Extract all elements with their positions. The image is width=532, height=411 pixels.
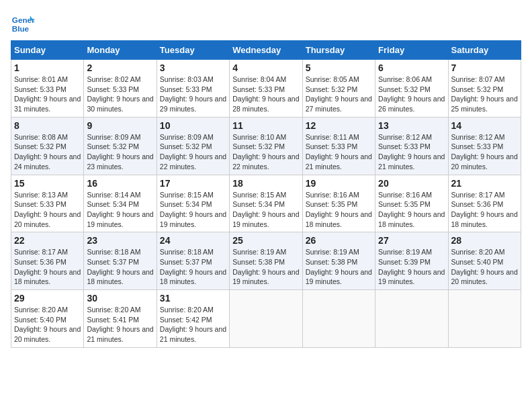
sunrise-time: 8:04 AM [261, 75, 287, 83]
sunrise-time: 8:06 AM [406, 75, 433, 83]
sunset-time: 5:40 PM [477, 258, 503, 266]
sunset-label: Sunset: [87, 142, 113, 150]
weekday-header-saturday: Saturday [448, 41, 521, 60]
day-cell-11: 11 Sunrise: 8:10 AM Sunset: 5:32 PM Dayl… [230, 117, 302, 175]
sunrise-time: 8:17 AM [479, 191, 505, 199]
day-info: Sunrise: 8:15 AM Sunset: 5:34 PM Dayligh… [160, 190, 226, 230]
day-info: Sunrise: 8:05 AM Sunset: 5:32 PM Dayligh… [306, 75, 372, 114]
sunrise-time: 8:20 AM [187, 306, 214, 314]
day-number: 11 [232, 120, 299, 131]
sunrise-label: Sunrise: [378, 133, 406, 141]
daylight-label: Daylight: 9 hours and 27 minutes. [306, 95, 372, 113]
sunrise-time: 8:05 AM [333, 75, 359, 83]
sunset-time: 5:33 PM [477, 142, 503, 150]
day-cell-18: 18 Sunrise: 8:15 AM Sunset: 5:34 PM Dayl… [230, 175, 302, 232]
sunset-time: 5:33 PM [259, 85, 285, 93]
daylight-label: Daylight: 9 hours and 24 minutes. [14, 152, 81, 171]
day-info: Sunrise: 8:11 AM Sunset: 5:33 PM Dayligh… [306, 132, 372, 172]
day-info: Sunrise: 8:09 AM Sunset: 5:32 PM Dayligh… [160, 132, 226, 172]
day-number: 8 [14, 120, 81, 131]
sunset-label: Sunset: [14, 258, 40, 266]
sunset-time: 5:42 PM [185, 316, 212, 324]
day-info: Sunrise: 8:16 AM Sunset: 5:35 PM Dayligh… [378, 190, 445, 230]
sunset-time: 5:32 PM [331, 85, 357, 93]
sunset-label: Sunset: [87, 85, 113, 93]
sunrise-time: 8:09 AM [187, 133, 214, 141]
sunrise-label: Sunrise: [14, 306, 42, 314]
day-number: 24 [160, 235, 226, 246]
sunrise-label: Sunrise: [306, 191, 333, 199]
day-cell-3: 3 Sunrise: 8:03 AM Sunset: 5:33 PM Dayli… [157, 60, 229, 118]
sunrise-label: Sunrise: [232, 133, 260, 141]
sunrise-time: 8:15 AM [261, 191, 287, 199]
weekday-header-monday: Monday [84, 41, 157, 60]
day-number: 16 [87, 178, 153, 189]
sunrise-time: 8:18 AM [115, 248, 141, 256]
sunrise-label: Sunrise: [232, 75, 260, 83]
sunrise-label: Sunrise: [306, 248, 333, 256]
day-number: 19 [306, 178, 372, 189]
day-cell-2: 2 Sunrise: 8:02 AM Sunset: 5:33 PM Dayli… [84, 60, 157, 118]
day-cell-16: 16 Sunrise: 8:14 AM Sunset: 5:34 PM Dayl… [84, 175, 157, 232]
sunrise-time: 8:18 AM [187, 248, 214, 256]
daylight-label: Daylight: 9 hours and 25 minutes. [451, 95, 518, 113]
svg-text:Blue: Blue [12, 24, 30, 33]
day-number: 3 [160, 62, 226, 73]
day-number: 9 [87, 120, 153, 131]
sunset-time: 5:41 PM [113, 316, 139, 324]
day-cell-27: 27 Sunrise: 8:19 AM Sunset: 5:39 PM Dayl… [375, 232, 448, 290]
sunset-label: Sunset: [232, 85, 259, 93]
sunset-label: Sunset: [87, 258, 113, 266]
daylight-label: Daylight: 9 hours and 18 minutes. [14, 268, 81, 286]
day-info: Sunrise: 8:19 AM Sunset: 5:38 PM Dayligh… [306, 247, 372, 287]
sunset-time: 5:32 PM [259, 142, 285, 150]
week-row-4: 22 Sunrise: 8:17 AM Sunset: 5:36 PM Dayl… [11, 232, 521, 290]
day-info: Sunrise: 8:18 AM Sunset: 5:37 PM Dayligh… [160, 247, 226, 287]
sunrise-time: 8:20 AM [479, 248, 505, 256]
day-info: Sunrise: 8:12 AM Sunset: 5:33 PM Dayligh… [378, 132, 445, 172]
sunrise-label: Sunrise: [160, 75, 187, 83]
day-cell-24: 24 Sunrise: 8:18 AM Sunset: 5:37 PM Dayl… [157, 232, 229, 290]
sunset-time: 5:39 PM [404, 258, 431, 266]
sunrise-label: Sunrise: [87, 75, 114, 83]
sunrise-label: Sunrise: [87, 191, 114, 199]
sunrise-time: 8:19 AM [261, 248, 287, 256]
day-info: Sunrise: 8:20 AM Sunset: 5:40 PM Dayligh… [451, 247, 518, 287]
sunrise-label: Sunrise: [160, 306, 187, 314]
sunset-time: 5:40 PM [40, 316, 66, 324]
sunset-label: Sunset: [306, 85, 332, 93]
sunset-label: Sunset: [87, 200, 113, 208]
sunrise-time: 8:12 AM [406, 133, 433, 141]
sunrise-label: Sunrise: [87, 306, 114, 314]
sunset-label: Sunset: [451, 142, 478, 150]
daylight-label: Daylight: 9 hours and 18 minutes. [451, 210, 518, 228]
daylight-label: Daylight: 9 hours and 19 minutes. [160, 210, 226, 228]
sunset-label: Sunset: [14, 85, 40, 93]
day-cell-5: 5 Sunrise: 8:05 AM Sunset: 5:32 PM Dayli… [302, 60, 375, 118]
sunset-time: 5:33 PM [40, 200, 66, 208]
day-cell-29: 29 Sunrise: 8:20 AM Sunset: 5:40 PM Dayl… [11, 290, 84, 348]
sunset-time: 5:33 PM [404, 142, 431, 150]
sunset-label: Sunset: [232, 142, 259, 150]
sunset-time: 5:32 PM [185, 142, 212, 150]
day-info: Sunrise: 8:10 AM Sunset: 5:32 PM Dayligh… [232, 132, 299, 172]
empty-cell [448, 290, 521, 348]
sunset-time: 5:38 PM [259, 258, 285, 266]
sunrise-time: 8:02 AM [115, 75, 141, 83]
sunset-time: 5:32 PM [113, 142, 139, 150]
sunrise-label: Sunrise: [306, 75, 333, 83]
weekday-header-friday: Friday [375, 41, 448, 60]
sunset-time: 5:37 PM [185, 258, 212, 266]
day-number: 30 [87, 293, 153, 304]
day-number: 1 [14, 62, 81, 73]
sunrise-label: Sunrise: [232, 191, 260, 199]
day-cell-23: 23 Sunrise: 8:18 AM Sunset: 5:37 PM Dayl… [84, 232, 157, 290]
day-cell-20: 20 Sunrise: 8:16 AM Sunset: 5:35 PM Dayl… [375, 175, 448, 232]
sunset-label: Sunset: [232, 258, 259, 266]
weekday-header-thursday: Thursday [302, 41, 375, 60]
logo: General Blue [11, 11, 38, 35]
sunrise-time: 8:14 AM [115, 191, 141, 199]
day-cell-28: 28 Sunrise: 8:20 AM Sunset: 5:40 PM Dayl… [448, 232, 521, 290]
calendar-table: SundayMondayTuesdayWednesdayThursdayFrid… [11, 40, 521, 348]
day-number: 26 [306, 235, 372, 246]
